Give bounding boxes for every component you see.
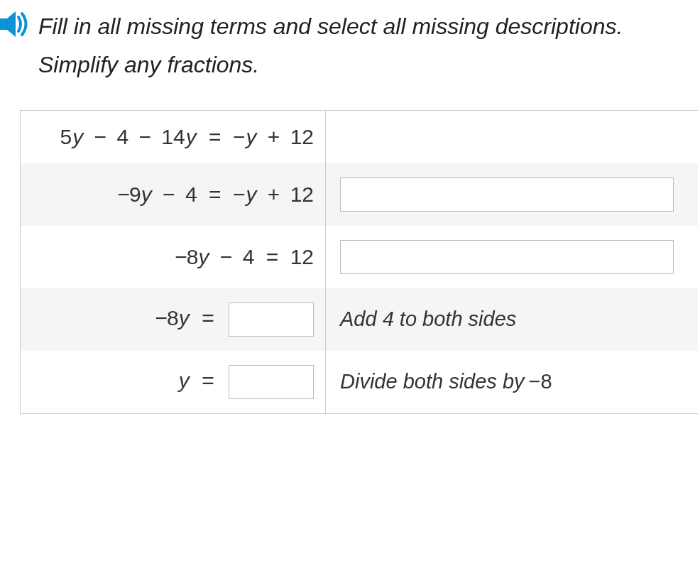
equation-row-3: −8y − 4 = 12 xyxy=(21,226,326,288)
description-row-1 xyxy=(326,111,698,163)
speaker-icon[interactable] xyxy=(0,11,30,37)
term-input-5[interactable] xyxy=(229,365,314,399)
equation-row-5: y = xyxy=(21,351,326,413)
equation-row-1: 5y − 4 − 14y = −y + 12 xyxy=(21,111,326,163)
description-row-4: Add 4 to both sides xyxy=(326,288,698,351)
description-row-5: Divide both sides by −8 xyxy=(326,351,698,413)
prompt-text: Fill in all missing terms and select all… xyxy=(38,7,700,85)
description-select-2[interactable] xyxy=(340,178,674,212)
worksheet-table: 5y − 4 − 14y = −y + 12 −9y − 4 xyxy=(20,110,698,414)
description-select-3[interactable] xyxy=(340,240,674,274)
equation-row-2: −9y − 4 = −y + 12 xyxy=(21,163,326,226)
svg-marker-0 xyxy=(0,11,16,37)
equation-row-4: −8y = xyxy=(21,288,326,351)
term-input-4[interactable] xyxy=(229,303,314,337)
